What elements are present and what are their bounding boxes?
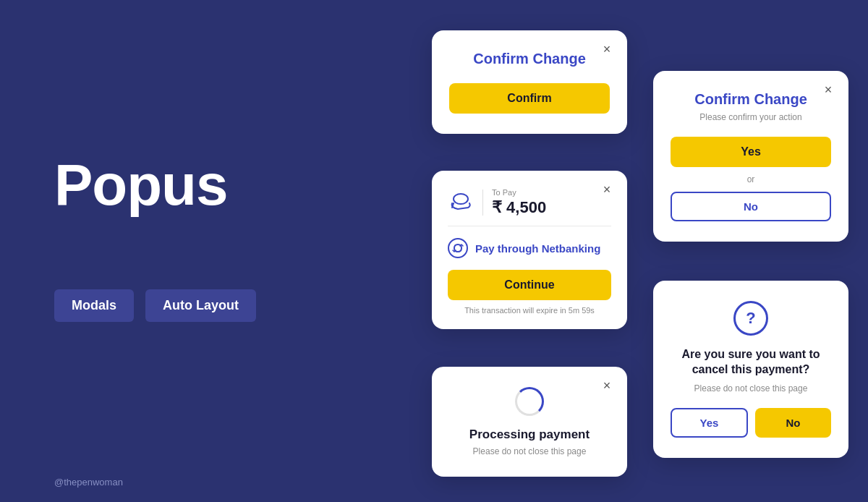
cancel-yes-btn[interactable]: Yes — [671, 408, 748, 438]
question-icon: ? — [733, 301, 768, 336]
svg-point-1 — [448, 239, 467, 258]
modal-processing-close[interactable]: × — [598, 377, 616, 394]
payment-amount-block: To Pay ₹ 4,500 — [492, 188, 546, 217]
modal-confirm-large-subtitle: Please confirm your action — [671, 112, 831, 122]
or-divider: or — [671, 174, 831, 184]
footer-credit: @thepenwoman — [54, 477, 123, 488]
modal-confirm-small-confirm-btn[interactable]: Confirm — [449, 83, 610, 114]
modal-confirm-small-title: Confirm Change — [449, 51, 610, 67]
cancel-no-btn[interactable]: No — [755, 408, 831, 438]
tag-row: Modals Auto Layout — [54, 289, 256, 322]
tag-auto-layout: Auto Layout — [145, 289, 256, 322]
payment-amount: ₹ 4,500 — [492, 198, 546, 217]
expire-text: This transaction will expire in 5m 59s — [448, 306, 611, 315]
payment-hand-icon — [448, 192, 474, 213]
modal-payment-continue-btn[interactable]: Continue — [448, 270, 611, 300]
cancel-subtitle: Please do not close this page — [671, 383, 831, 393]
loading-spinner — [515, 387, 544, 416]
modal-confirm-large-close[interactable]: × — [820, 81, 837, 98]
modal-confirm-small-close[interactable]: × — [598, 41, 616, 58]
modal-processing: × Processing payment Please do not close… — [432, 367, 627, 477]
spinner-container — [449, 387, 610, 416]
netbanking-icon — [448, 238, 468, 258]
cancel-btn-row: Yes No — [671, 408, 831, 438]
modal-cancel: ? Are you sure you want to cancel this p… — [653, 281, 848, 458]
hero-title: Popus — [54, 152, 227, 218]
payment-to-pay-label: To Pay — [492, 188, 546, 197]
modal-payment: × To Pay ₹ 4,500 Pay through Net — [432, 171, 627, 329]
processing-title: Processing payment — [449, 427, 610, 442]
modal-payment-close[interactable]: × — [598, 181, 616, 198]
netbanking-label: Pay through Netbanking — [475, 242, 600, 255]
modal-confirm-large-title: Confirm Change — [671, 91, 831, 108]
modal-confirm-large: × Confirm Change Please confirm your act… — [653, 71, 848, 242]
payment-top: To Pay ₹ 4,500 — [448, 188, 611, 226]
modal-confirm-large-no-btn[interactable]: No — [671, 192, 831, 221]
processing-subtitle: Please do not close this page — [449, 446, 610, 456]
netbanking-row: Pay through Netbanking — [448, 238, 611, 258]
tag-modals: Modals — [54, 289, 134, 322]
modal-confirm-large-yes-btn[interactable]: Yes — [671, 137, 831, 167]
modal-confirm-small: × Confirm Change Confirm — [432, 30, 627, 134]
svg-point-0 — [454, 194, 468, 204]
cancel-title: Are you sure you want to cancel this pay… — [671, 347, 831, 378]
